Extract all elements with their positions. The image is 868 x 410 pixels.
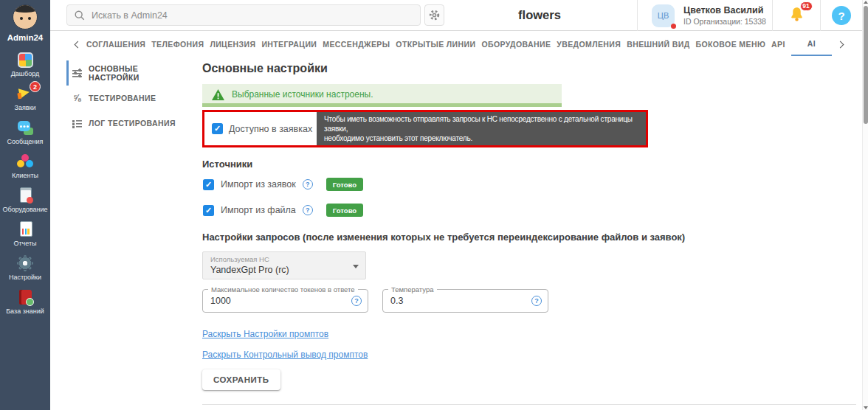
tune-icon [72,69,82,78]
tooltip: Чтобы иметь возможность отправлять запро… [317,112,646,145]
sidebar-item-messages[interactable]: Сообщения [0,115,50,149]
user-initials: ЦВ [658,11,669,20]
sidebar-item-label: Оборудование [2,206,47,213]
sidebar-item-clients[interactable]: Клиенты [0,149,50,183]
main-area: flowers ЦВ Цветков Василий ID Организаци… [50,0,862,410]
main-sidebar: Admin24 Дашборд 2 Заявки Сообщения Клиен… [0,0,50,410]
sidebar-nav: Дашборд 2 Заявки Сообщения Клиенты Обору… [0,47,50,319]
sidebar-item-label: Отчеты [13,240,36,247]
help-icon[interactable] [531,296,542,306]
highlighted-setting-row: Доступно в заявках Чтобы иметь возможнос… [202,110,648,147]
tabs-scroll-right-icon[interactable] [837,41,844,48]
tab-license[interactable]: ЛИЦЕНЗИЯ [210,32,255,56]
model-select[interactable]: Используемая НС YandexGpt Pro (rc) [202,251,366,279]
help-icon[interactable] [303,179,313,190]
tab-api[interactable]: API [771,32,785,56]
tab-appearance[interactable]: ВНЕШНИЙ ВИД [627,32,689,56]
notifications-badge: 91 [800,1,813,11]
tab-open-lines[interactable]: ОТКРЫТЫЕ ЛИНИИ [396,32,475,56]
tab-ai[interactable]: AI [791,32,832,56]
user-name: Цветков Василий [683,5,766,15]
section-divider [202,404,856,405]
help-button[interactable] [820,0,862,31]
user-menu[interactable]: ЦВ Цветков Василий ID Организации: 15338 [637,0,772,31]
temperature-input[interactable] [390,296,531,306]
topbar: flowers ЦВ Цветков Василий ID Организаци… [50,0,862,31]
max-tokens-field: Максимальное количество токенов в ответе [202,289,368,313]
search-icon [74,10,86,21]
import-file-checkbox[interactable] [203,205,214,216]
brand-label: Admin24 [0,33,50,42]
subnav-item-main-settings[interactable]: ОСНОВНЫЕ НАСТРОЙКИ [66,60,186,86]
subnav-item-testing-log[interactable]: ЛОГ ТЕСТИРОВАНИЯ [66,111,186,136]
tabs-scroll-left-icon[interactable] [75,41,82,48]
tab-agreements[interactable]: СОГЛАШЕНИЯ [86,32,145,56]
tab-notifications[interactable]: УВЕДОМЛЕНИЯ [557,32,621,56]
scroll-up-icon[interactable] [864,1,868,4]
import-tickets-checkbox[interactable] [203,179,214,190]
chat-icon [16,119,34,136]
select-label: Используемая НС [210,255,348,263]
field-label: Максимальное количество токенов в ответе [208,285,358,293]
source-row-file: Импорт из файла Готово [203,204,856,217]
sidebar-item-label: Сообщения [7,138,44,145]
chevron-down-icon [353,265,359,268]
tab-equipment[interactable]: ОБОРУДОВАНИЕ [481,32,551,56]
book-icon [19,290,32,305]
sidebar-item-dashboard[interactable]: Дашборд [0,47,50,81]
sidebar-item-settings[interactable]: Настройки [0,251,50,285]
expand-prompts-link[interactable]: Раскрыть Настройки промптов [202,329,856,339]
scrollbar-thumb[interactable] [864,6,868,124]
list-icon [72,119,82,128]
max-tokens-input[interactable] [210,296,351,306]
checkbox-label: Импорт из файла [221,205,296,215]
sidebar-item-tickets[interactable]: 2 Заявки [0,81,50,115]
tickets-count-badge: 2 [30,81,41,92]
sidebar-item-equipment[interactable]: Оборудование [0,183,50,217]
ai-subnav: ОСНОВНЫЕ НАСТРОЙКИ ⅝ ТЕСТИРОВАНИЕ ЛОГ ТЕ… [66,59,186,410]
sidebar-item-reports[interactable]: Отчеты [0,217,50,251]
subnav-label: ТЕСТИРОВАНИЕ [89,94,156,102]
available-in-tickets-checkbox[interactable] [212,123,223,134]
help-icon[interactable] [351,296,362,306]
help-icon[interactable] [303,205,313,215]
success-alert: Выбранные источники настроены. [202,84,562,107]
sidebar-item-label: Клиенты [12,172,38,179]
tab-integrations[interactable]: ИНТЕГРАЦИИ [261,32,317,56]
org-id: ID Организации: 15338 [683,17,766,26]
gear-icon [18,257,32,270]
tab-telephony[interactable]: ТЕЛЕФОНИЯ [151,32,204,56]
app-window: Admin24 Дашборд 2 Заявки Сообщения Клиен… [0,0,868,410]
clipboard-icon [16,187,34,204]
save-button[interactable]: СОХРАНИТЬ [202,369,280,390]
search-input[interactable] [92,10,413,21]
content-title: Основные настройки [202,62,856,75]
tooltip-line: Чтобы иметь возможность отправлять запро… [324,114,638,133]
request-settings-title: Настройки запросов (после изменения кото… [202,232,856,243]
checkbox-label: Импорт из заявок [221,179,296,190]
sidebar-item-label: Настройки [9,274,41,281]
avatar[interactable] [13,4,38,29]
report-chart-icon [16,221,34,237]
scroll-down-icon[interactable] [864,406,868,409]
subnav-label: ОСНОВНЫЕ НАСТРОЙКИ [89,64,186,82]
global-search[interactable] [66,4,421,26]
alert-text: Выбранные источники настроены. [232,89,373,100]
sidebar-brand: Admin24 [0,0,50,42]
expand-control-output-link[interactable]: Раскрыть Контрольный вывод промптов [202,350,856,360]
notifications-button[interactable]: 91 [772,0,820,31]
page-title: flowers [488,8,591,22]
tab-messengers[interactable]: МЕССЕНДЖЕРЫ [323,32,390,56]
search-settings-button[interactable] [424,4,444,26]
people-icon [16,153,34,170]
sidebar-item-knowledge-base[interactable]: База знаний [0,285,50,319]
checkbox-label: Доступно в заявках [229,124,312,134]
topbar-right: ЦВ Цветков Василий ID Организации: 15338 [637,0,862,31]
subnav-item-testing[interactable]: ⅝ ТЕСТИРОВАНИЕ [66,86,186,111]
tab-side-menu[interactable]: БОКОВОЕ МЕНЮ [695,32,765,56]
select-value: YandexGpt Pro (rc) [210,265,348,275]
status-badge[interactable]: Готово [326,178,363,191]
subnav-label: ЛОГ ТЕСТИРОВАНИЯ [89,119,176,128]
vertical-scrollbar[interactable] [862,0,868,410]
status-badge[interactable]: Готово [326,204,363,217]
